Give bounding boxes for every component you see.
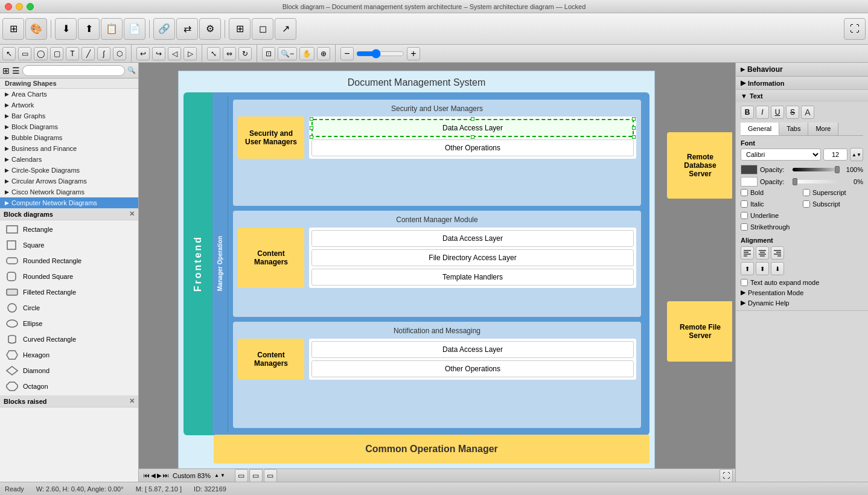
zoom-hand[interactable]: ✋	[299, 47, 314, 60]
shape-square[interactable]: Square	[2, 237, 136, 253]
valign-mid-btn[interactable]: ⬍	[756, 262, 769, 275]
flip-tool[interactable]: ⇔	[223, 47, 236, 60]
information-header[interactable]: ▶ Information	[736, 77, 868, 89]
behaviour-collapse-icon[interactable]: ▶	[741, 66, 745, 72]
view-btn-2[interactable]: ▭	[249, 469, 263, 482]
shape-diamond[interactable]: Diamond	[2, 363, 136, 378]
notif-yellow-box[interactable]: Content Managers	[238, 339, 304, 380]
close-blocks-raised[interactable]: ✕	[129, 397, 135, 405]
sidebar-item-block-diagrams[interactable]: ▶ Block Diagrams	[0, 121, 138, 132]
copy-button[interactable]: 📋	[101, 18, 123, 40]
shape-circle[interactable]: Circle	[2, 300, 136, 316]
table-button[interactable]: ⊞	[229, 18, 251, 40]
remote-db-server[interactable]: Remote Database Server	[667, 132, 732, 199]
handle-tm[interactable]	[471, 117, 474, 121]
text-strikethrough-btn[interactable]: S	[786, 106, 799, 119]
color-swatch-dark[interactable]	[741, 165, 758, 174]
data-access-layer-box-3[interactable]: Data Access Layer	[311, 341, 634, 358]
forward-button[interactable]: ▷	[183, 47, 197, 60]
handle-bm[interactable]	[471, 135, 474, 139]
common-op-manager[interactable]: Common Operation Manager	[214, 435, 649, 464]
data-access-layer-box-1[interactable]: Data Access Layer	[311, 119, 634, 137]
maximize-button[interactable]	[27, 3, 34, 10]
search-input[interactable]	[22, 65, 125, 76]
text-bold-btn[interactable]: B	[741, 106, 754, 119]
fullscreen-button[interactable]: ⛶	[844, 18, 866, 40]
sidebar-item-computer-network[interactable]: ▶ Computer Network Diagrams	[0, 197, 138, 208]
poly-tool[interactable]: ⬡	[113, 47, 126, 60]
shape-rounded-rectangle[interactable]: Rounded Rectangle	[2, 253, 136, 269]
handle-tr[interactable]	[632, 117, 636, 121]
align-left-btn[interactable]	[741, 246, 754, 260]
next-btn[interactable]: ▶	[157, 472, 162, 479]
text-underline-btn[interactable]: U	[771, 106, 784, 119]
color-swatch-light[interactable]	[741, 177, 758, 187]
resize-tool[interactable]: ⤡	[207, 47, 220, 60]
align-center-btn[interactable]	[756, 246, 769, 260]
sidebar-item-circle-spoke[interactable]: ▶ Circle-Spoke Diagrams	[0, 165, 138, 176]
shape-hexagon[interactable]: Hexagon	[2, 347, 136, 363]
redo-button[interactable]: ↪	[152, 47, 165, 60]
handle-br[interactable]	[632, 135, 636, 139]
close-button[interactable]	[5, 3, 12, 10]
back-button[interactable]: ◁	[168, 47, 181, 60]
line-tool[interactable]: ╱	[81, 47, 95, 60]
paste-button[interactable]: 📄	[124, 18, 145, 40]
cursor-tool[interactable]: ↖	[2, 47, 16, 60]
import-button[interactable]: ⬇	[55, 18, 77, 40]
underline-checkbox[interactable]	[741, 212, 748, 219]
handle-tl[interactable]	[310, 117, 313, 121]
shape-curved-rectangle[interactable]: Curved Rectangle	[2, 331, 136, 347]
font-name-select[interactable]: Calibri	[741, 148, 821, 161]
tab-general[interactable]: General	[741, 123, 779, 135]
oval-tool[interactable]: ◯	[34, 47, 48, 60]
shape-button[interactable]: ◻	[252, 18, 273, 40]
italic-checkbox[interactable]	[741, 200, 748, 208]
zoom-spinner-up[interactable]: ▲	[214, 473, 219, 478]
shape-filleted-rectangle[interactable]: Filleted Rectangle	[2, 284, 136, 300]
canvas-area[interactable]: Document Management System Frontend Mana…	[139, 63, 735, 482]
opacity-slider-2[interactable]	[793, 180, 840, 184]
opacity-slider-1[interactable]	[793, 168, 840, 171]
dynamic-help-row[interactable]: ▶ Dynamic Help	[741, 299, 863, 307]
zoom-slider[interactable]	[356, 49, 404, 59]
other-ops-box-1[interactable]: Other Operations	[311, 139, 634, 156]
shape-rectangle[interactable]: Rectangle	[2, 222, 136, 237]
text-header[interactable]: ▼ Text	[736, 90, 868, 102]
connect-button[interactable]: 🔗	[153, 18, 175, 40]
font-size-input[interactable]	[823, 148, 847, 161]
minimize-button[interactable]	[16, 3, 23, 10]
text-color-btn[interactable]: A	[801, 106, 814, 119]
bezier-tool[interactable]: ∫	[97, 47, 110, 60]
sidebar-item-business[interactable]: ▶ Business and Finance	[0, 143, 138, 154]
zoom-fit[interactable]: ⊡	[262, 47, 275, 60]
zoom-spinner-dn[interactable]: ▼	[220, 473, 225, 478]
rotate-tool[interactable]: ↻	[238, 47, 252, 60]
color-button[interactable]: 🎨	[25, 18, 47, 40]
grid-button[interactable]: ⊞	[2, 18, 24, 40]
text-italic-btn[interactable]: I	[756, 106, 769, 119]
tab-tabs[interactable]: Tabs	[779, 123, 808, 135]
list-view-icon[interactable]: ☰	[12, 66, 20, 75]
fullscreen-btn-2[interactable]: ⛶	[720, 469, 733, 482]
template-handlers-box[interactable]: Template Handlers	[311, 269, 634, 286]
valign-bot-btn[interactable]: ⬇	[771, 262, 784, 275]
arrange-button[interactable]: ⇄	[176, 18, 198, 40]
handle-mr[interactable]	[632, 126, 636, 130]
sidebar-item-calendars[interactable]: ▶ Calendars	[0, 154, 138, 165]
handle-bl[interactable]	[310, 135, 313, 139]
sidebar-item-area-charts[interactable]: ▶ Area Charts	[0, 89, 138, 100]
view-btn-1[interactable]: ▭	[235, 469, 248, 482]
bold-checkbox[interactable]	[741, 189, 748, 196]
zoom-plus[interactable]: +	[407, 47, 420, 60]
tab-more[interactable]: More	[808, 123, 838, 135]
shape-rounded-square[interactable]: Rounded Square	[2, 269, 136, 284]
prev-btn[interactable]: ◀	[151, 472, 156, 479]
window-controls[interactable]	[5, 3, 34, 10]
connector-button[interactable]: ↗	[275, 18, 296, 40]
zoom-reset[interactable]: ⊕	[317, 47, 330, 60]
export-button[interactable]: ⬆	[78, 18, 100, 40]
strikethrough-checkbox[interactable]	[741, 223, 748, 231]
shape-ellipse[interactable]: Ellipse	[2, 316, 136, 331]
view-btn-3[interactable]: ▭	[264, 469, 277, 482]
